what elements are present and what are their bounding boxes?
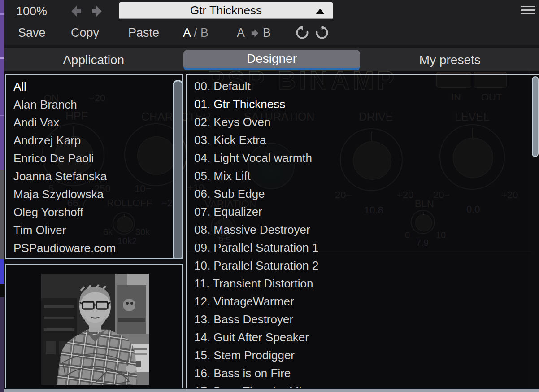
preset-list-item[interactable]: 14. Guit After Speaker <box>187 328 539 346</box>
daw-strip-tick <box>0 115 4 116</box>
author-list-item-label: Enrico De Paoli <box>13 152 94 165</box>
save-button[interactable]: Save <box>18 26 46 40</box>
preset-list-item[interactable]: 04. Light Vocal warmth <box>187 149 539 167</box>
preset-list-scrollbar[interactable] <box>532 76 539 157</box>
ab-compare-b: B <box>200 26 209 39</box>
preset-selector-value: Gtr Thickness <box>190 4 262 17</box>
author-photo <box>41 274 149 385</box>
daw-strip-segment <box>0 170 4 259</box>
author-list-item[interactable]: Enrico De Paoli <box>6 149 182 167</box>
preset-list-item-label: 12. VintageWarmer <box>194 295 294 308</box>
preset-list-item[interactable]: 03. Kick Extra <box>187 131 539 149</box>
undo-icon[interactable] <box>295 26 309 40</box>
author-list-item[interactable]: Maja Szydlowska <box>6 185 182 203</box>
author-list-item-label: Oleg Yorshoff <box>13 205 83 219</box>
preset-list-item-label: 13. Bass Destroyer <box>194 313 293 326</box>
collapse-triangle-icon <box>316 9 325 14</box>
preset-list-item-label: 00. Default <box>194 79 251 93</box>
preset-browser-window: 100% Gtr Thickness Save Copy Paste A / B <box>4 0 539 392</box>
preset-list-item-label: 02. Keys Oven <box>194 115 271 129</box>
tab-application[interactable]: Application <box>5 50 182 70</box>
author-list: AllAlan BranchAndi VaxAndrzej KarpEnrico… <box>6 75 182 257</box>
daw-edge-strip <box>0 0 4 392</box>
author-list-item-label: Tim Oliver <box>13 223 66 237</box>
preset-list-item-label: 08. Massive Destroyer <box>194 223 310 236</box>
daw-strip-segment <box>0 0 4 170</box>
ab-copy-b: B <box>263 26 271 40</box>
preset-list-item-label: 10. Parallel Saturation 2 <box>194 259 319 272</box>
preset-list: 00. Default01. Gtr Thickness02. Keys Ove… <box>187 75 539 388</box>
author-list-item-label: PSPaudioware.com <box>13 241 116 255</box>
author-list-item[interactable]: Alan Branch <box>6 96 182 113</box>
right-arrow-icon <box>249 29 259 38</box>
preset-list-item[interactable]: 02. Keys Oven <box>187 113 539 131</box>
zoom-level[interactable]: 100% <box>16 4 47 18</box>
author-list-item[interactable]: PSPaudioware.com <box>6 239 182 257</box>
author-list-item[interactable]: Tim Oliver <box>6 221 182 239</box>
daw-strip-tick <box>0 13 4 15</box>
daw-strip-tick <box>0 57 4 59</box>
a-to-b-copy-button[interactable]: A B <box>237 26 271 40</box>
preset-list-item-label: 14. Guit After Speaker <box>194 331 309 344</box>
preset-list-item[interactable]: 15. Stem Prodigger <box>187 346 539 364</box>
paste-button[interactable]: Paste <box>128 26 159 40</box>
window-bottom-edge <box>4 389 539 392</box>
preset-list-item-label: 03. Kick Extra <box>194 133 266 147</box>
ab-compare-a: A <box>183 26 191 39</box>
daw-strip-segment <box>0 297 4 392</box>
author-list-item[interactable]: Andrzej Karp <box>6 131 182 149</box>
preset-list-item[interactable]: 10. Parallel Saturation 2 <box>187 257 539 274</box>
preset-list-item-label: 09. Parallel Saturation 1 <box>194 241 319 254</box>
preset-category-tabs: Application Designer My presets <box>4 45 539 71</box>
author-list-item-label: Joanna Stefanska <box>13 170 107 183</box>
preset-list-item-label: 16. Bass is on Fire <box>194 366 291 380</box>
author-list-item-label: Maja Szydlowska <box>13 187 104 201</box>
preset-list-item[interactable]: 13. Bass Destroyer <box>187 310 539 328</box>
preset-selector-dropdown[interactable]: Gtr Thickness <box>119 2 333 19</box>
preset-list-item-label: 15. Stem Prodigger <box>194 348 295 362</box>
author-list-item[interactable]: All <box>6 78 182 96</box>
ab-compare-button[interactable]: A / B <box>183 26 209 40</box>
tab-my-presets[interactable]: My presets <box>362 50 538 70</box>
preset-list-item[interactable]: 11. Transient Distortion <box>187 274 539 292</box>
back-arrow-icon[interactable] <box>71 5 84 17</box>
ab-copy-a: A <box>237 26 245 40</box>
author-list-scrollbar[interactable] <box>173 80 183 259</box>
preset-list-item-label: 07. Equalizer <box>194 205 262 218</box>
preset-browser-body: PSP BINAMP ON−20HPFCHARACTERSATURATIONDR… <box>4 71 539 392</box>
preset-list-item-label: 01. Gtr Thickness <box>194 97 285 111</box>
author-list-item[interactable]: Oleg Yorshoff <box>6 203 182 221</box>
preset-list-item[interactable]: 17. Bass Thru the Mix <box>187 382 539 388</box>
preset-list-item[interactable]: 09. Parallel Saturation 1 <box>187 239 539 257</box>
menu-icon[interactable] <box>521 6 535 16</box>
redo-icon[interactable] <box>315 26 329 40</box>
plugin-window: 100% Gtr Thickness Save Copy Paste A / B <box>0 0 539 392</box>
preset-list-item[interactable]: 06. Sub Edge <box>187 185 539 203</box>
preset-list-item[interactable]: 08. Massive Destroyer <box>187 221 539 239</box>
author-list-item-label: Alan Branch <box>13 98 77 111</box>
daw-strip-segment <box>0 259 4 284</box>
forward-arrow-icon[interactable] <box>89 5 102 17</box>
author-list-item-label: All <box>13 80 26 93</box>
preset-list-item-label: 06. Sub Edge <box>194 187 265 200</box>
tab-designer[interactable]: Designer <box>183 50 360 70</box>
preset-list-item-label: 05. Mix Lift <box>194 169 251 183</box>
author-list-item[interactable]: Andi Vax <box>6 113 182 131</box>
preset-list-item[interactable]: 05. Mix Lift <box>187 167 539 185</box>
preset-list-item-label: 11. Transient Distortion <box>194 277 313 290</box>
author-photo-panel <box>5 264 183 388</box>
preset-list-item[interactable]: 00. Default <box>187 77 539 95</box>
ab-compare-separator: / <box>194 26 197 39</box>
preset-list-item[interactable]: 16. Bass is on Fire <box>187 364 539 382</box>
daw-strip-segment <box>0 284 4 297</box>
author-list-item[interactable]: Joanna Stefanska <box>6 167 182 185</box>
copy-button[interactable]: Copy <box>71 26 99 40</box>
preset-list-item-label: 04. Light Vocal warmth <box>194 151 312 165</box>
preset-list-item[interactable]: 07. Equalizer <box>187 203 539 221</box>
preset-list-item[interactable]: 01. Gtr Thickness <box>187 95 539 113</box>
preset-list-item[interactable]: 12. VintageWarmer <box>187 292 539 310</box>
toolbar: 100% Gtr Thickness Save Copy Paste A / B <box>4 0 539 45</box>
author-list-item-label: Andi Vax <box>13 116 59 129</box>
author-list-item-label: Andrzej Karp <box>13 134 81 147</box>
preset-list-item-label: 17. Bass Thru the Mix <box>194 384 307 388</box>
